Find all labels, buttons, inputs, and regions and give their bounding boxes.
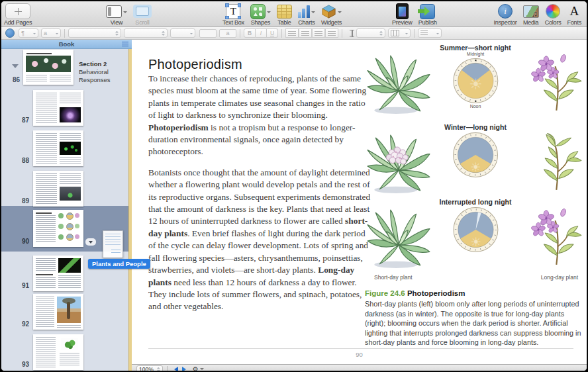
font-typeface-select[interactable] [124, 28, 168, 38]
daylength-clock-interrupted: ☀ [452, 207, 499, 253]
shapes-label: Shapes [251, 19, 270, 26]
color-wheel-icon [546, 4, 560, 19]
clock-title: Interrupted long night [439, 198, 511, 206]
colors-label: Colors [545, 19, 562, 26]
daylength-clock-winter: ☀ [452, 132, 499, 178]
clock-title: Winter—long night [444, 123, 507, 131]
colors-button[interactable]: Colors [545, 2, 562, 26]
paragraph-1: To increase their chances of reproducing… [148, 73, 372, 158]
short-day-plant-vegetative-illustration [365, 53, 432, 115]
previous-page-button[interactable] [172, 367, 178, 371]
view-icon [106, 5, 122, 18]
text-box-button[interactable]: T Text Box [222, 2, 244, 26]
body-text-column[interactable]: To increase their chances of reproducing… [148, 73, 372, 322]
page-thumbnail-90-selected[interactable] [33, 210, 83, 247]
table-button[interactable]: Table [277, 2, 292, 26]
page-thumbnail-86[interactable] [23, 50, 74, 85]
page-number-91: 91 [12, 282, 29, 289]
align-right-button[interactable] [312, 28, 325, 38]
figure-number: Figure 24.6 [365, 289, 405, 297]
book-pane-title: Book [59, 40, 75, 48]
page-thumbnail-87[interactable] [33, 90, 83, 126]
list-style-select[interactable] [418, 28, 442, 38]
media-button[interactable]: ♫ Media [523, 2, 539, 26]
page-number-90: 90 [12, 238, 29, 245]
paragraph-style-select[interactable]: ¶ [19, 28, 38, 38]
font-family-select[interactable] [68, 28, 121, 38]
format-toggle-icon[interactable] [5, 28, 15, 38]
underline-button[interactable]: U [267, 28, 278, 38]
figure-caption[interactable]: Figure 24.6 Photoperiodism Short-day pla… [365, 289, 583, 348]
preview-button[interactable]: Preview [392, 2, 413, 26]
zoom-level-stepper[interactable]: 100% [136, 365, 163, 372]
text-box-icon: T [226, 4, 240, 19]
page-number-86: 86 [3, 76, 20, 83]
page-title[interactable]: Photoperiodism [148, 57, 242, 72]
inspector-button[interactable]: i Inspector [493, 2, 516, 26]
bottom-status-bar: 100% ⚙ [132, 364, 587, 371]
sun-icon: ☀ [469, 76, 482, 93]
page-folio-number: 90 [132, 351, 587, 358]
section-label: Section 2 Behavioral Responses [79, 60, 129, 84]
view-button[interactable]: View [106, 2, 127, 26]
gear-menu-button[interactable]: ⚙ [193, 366, 204, 371]
shapes-icon [250, 4, 266, 19]
pane-menu-icon[interactable] [122, 42, 128, 46]
line-spacing-select[interactable] [356, 28, 385, 38]
toolbar: Add Pages View Scroll T Text Box Shapes [1, 1, 587, 27]
main-area: Book Section 2 Behavioral Responses [1, 40, 587, 371]
page-thumbnail-93[interactable] [33, 334, 83, 370]
widgets-button[interactable]: Widgets [321, 2, 342, 26]
shapes-button[interactable]: Shapes [250, 2, 271, 26]
align-justify-button[interactable] [325, 28, 338, 38]
chevron-down-icon [200, 368, 204, 371]
long-day-plant-blooming-illustration [530, 49, 585, 116]
figure-caption-title: Photoperiodism [405, 289, 466, 297]
chevron-down-icon [311, 11, 315, 15]
book-pane-header: Book [1, 40, 132, 49]
page-options-dropdown-button[interactable] [85, 238, 96, 246]
character-style-select[interactable]: a [41, 28, 61, 38]
chevron-down-icon [89, 241, 93, 246]
columns-select[interactable] [388, 28, 411, 38]
scroll-button[interactable]: Scroll [133, 2, 152, 26]
page-thumbnail-88[interactable] [33, 130, 83, 166]
fonts-button[interactable]: A Fonts [567, 2, 581, 26]
midnight-label: Midnight [467, 52, 484, 57]
charts-button[interactable]: Charts [298, 2, 315, 26]
widget-tooltip: Plants and People [88, 259, 150, 269]
ibooks-author-window: Add Pages View Scroll T Text Box Shapes [1, 1, 587, 371]
bold-button[interactable]: B [244, 28, 256, 38]
font-size-select[interactable] [170, 28, 195, 38]
table-icon [277, 5, 292, 19]
text-style-group: B I U [244, 28, 278, 38]
publish-button[interactable]: Publish [418, 2, 437, 26]
fill-color-well[interactable] [199, 29, 217, 38]
paragraph-2: Botanists once thought that the amount o… [148, 167, 372, 313]
format-bar: ¶ a a B I U [1, 27, 587, 40]
align-left-button[interactable] [285, 28, 299, 38]
page-thumbnail-91[interactable] [33, 256, 83, 291]
page-number-88: 88 [12, 157, 29, 164]
document-canvas[interactable]: Photoperiodism To increase their chances… [132, 40, 587, 364]
page-number-93: 93 [12, 361, 29, 368]
text-box-label: Text Box [222, 19, 244, 26]
text-color-well[interactable]: a [219, 29, 236, 38]
scroll-label: Scroll [135, 19, 149, 26]
page-number-87: 87 [12, 116, 29, 124]
add-pages-button[interactable]: Add Pages [4, 2, 32, 26]
inspector-icon: i [498, 4, 513, 19]
fonts-label: Fonts [567, 19, 581, 26]
page-thumbnail-89[interactable] [33, 171, 83, 207]
long-day-plant-blooming-illustration [530, 203, 585, 271]
page-thumbnail-92[interactable] [33, 294, 83, 330]
section-disclosure-triangle-icon[interactable] [12, 64, 19, 71]
align-center-button[interactable] [299, 28, 312, 38]
view-label: View [111, 19, 123, 26]
sun-icon: ☀ [470, 160, 481, 174]
add-pages-label: Add Pages [4, 19, 32, 26]
next-page-button[interactable] [182, 367, 189, 371]
page-thumbnails-sidebar: Book Section 2 Behavioral Responses [1, 40, 132, 371]
italic-button[interactable]: I [256, 28, 267, 38]
chevron-down-icon [338, 11, 342, 15]
